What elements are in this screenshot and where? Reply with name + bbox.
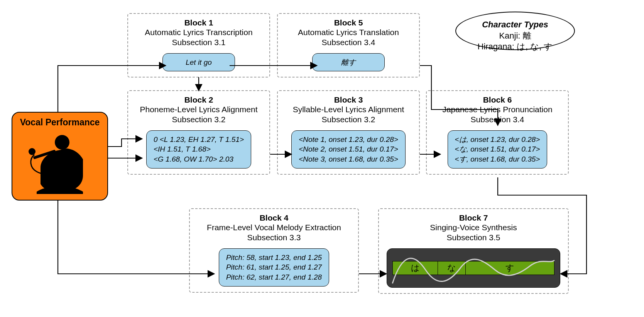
segment-2: な: [438, 261, 466, 275]
block-3-line2: <Note 2, onset 1.51, dur 0.17>: [299, 144, 398, 154]
block-5-name: Block 5: [283, 18, 414, 27]
singer-icon: [25, 129, 95, 194]
block-2-desc: Phoneme-Level Lyrics Alignment: [134, 105, 264, 115]
character-types-legend: Character Types Kanji: 離 Hiragana: は, な,…: [455, 12, 575, 50]
block-2-line2: <IH 1.51, T 1.68>: [154, 144, 244, 154]
block-5: Block 5 Automatic Lyrics Translation Sub…: [277, 13, 420, 78]
block-2-output: 0 <L 1.23, EH 1.27, T 1.51> <IH 1.51, T …: [146, 130, 251, 169]
block-3-sub: Subsection 3.2: [283, 115, 414, 125]
block-1-sub: Subsection 3.1: [134, 37, 264, 47]
vocal-performance-title: Vocal Performance: [16, 117, 103, 128]
block-2: Block 2 Phoneme-Level Lyrics Alignment S…: [127, 90, 270, 175]
block-3-line1: <Note 1, onset 1.23, dur 0.28>: [299, 135, 398, 145]
block-2-line1: 0 <L 1.23, EH 1.27, T 1.51>: [154, 135, 244, 145]
block-4-name: Block 4: [195, 213, 353, 223]
segment-1: は: [392, 261, 438, 275]
svg-point-0: [55, 135, 69, 150]
block-2-line3: <G 1.68, OW 1.70> 2.03: [154, 154, 244, 164]
block-6-line1: <は, onset 1.23, dur 0.28>: [455, 135, 540, 145]
block-1-output: Let it go: [162, 53, 235, 72]
legend-title: Character Types: [466, 19, 564, 30]
block-6-line3: <す, onset 1.68, dur 0.35>: [455, 154, 540, 164]
segment-3: す: [465, 261, 554, 275]
block-1-name: Block 1: [134, 18, 264, 27]
block-4: Block 4 Frame-Level Vocal Melody Extract…: [189, 208, 359, 293]
block-4-line1: Pitch: 58, start 1.23, end 1.25: [226, 253, 322, 263]
diagram-canvas: Vocal Performance Block 1 Automatic Lyri…: [0, 0, 644, 317]
block-6-sub: Subsection 3.4: [432, 115, 563, 125]
block-4-line2: Pitch: 61, start 1.25, end 1.27: [226, 262, 322, 272]
block-4-desc: Frame-Level Vocal Melody Extraction: [195, 223, 353, 233]
block-7-desc: Singing-Voice Synthesis: [384, 223, 563, 233]
block-5-output: 離す: [312, 53, 385, 72]
block-2-sub: Subsection 3.2: [134, 115, 264, 125]
block-7-name: Block 7: [384, 213, 563, 223]
synthesis-output: は な す: [387, 248, 560, 288]
block-2-name: Block 2: [134, 95, 264, 105]
block-4-line3: Pitch: 62, start 1.27, end 1.28: [226, 272, 322, 282]
vocal-performance-box: Vocal Performance: [12, 112, 108, 201]
block-6-line2: <な, onset 1.51, dur 0.17>: [455, 144, 540, 154]
block-1: Block 1 Automatic Lyrics Transcription S…: [127, 13, 270, 78]
block-4-output: Pitch: 58, start 1.23, end 1.25 Pitch: 6…: [219, 248, 329, 287]
legend-kanji: Kanji: 離: [466, 30, 564, 42]
block-3-name: Block 3: [283, 95, 414, 105]
block-6-desc: Japanese Lyrics Pronunciation: [432, 105, 563, 115]
block-3: Block 3 Syllable-Level Lyrics Alignment …: [277, 90, 420, 175]
block-6-output: <は, onset 1.23, dur 0.28> <な, onset 1.51…: [448, 130, 548, 169]
block-1-desc: Automatic Lyrics Transcription: [134, 27, 264, 37]
block-5-desc: Automatic Lyrics Translation: [283, 27, 414, 37]
svg-point-2: [29, 148, 35, 155]
legend-hiragana: Hiragana: は, な, す: [466, 41, 564, 52]
block-6: Block 6 Japanese Lyrics Pronunciation Su…: [426, 90, 569, 175]
block-3-output: <Note 1, onset 1.23, dur 0.28> <Note 2, …: [291, 130, 406, 169]
block-3-desc: Syllable-Level Lyrics Alignment: [283, 105, 414, 115]
syllable-segments: は な す: [392, 261, 554, 275]
block-5-sub: Subsection 3.4: [283, 37, 414, 47]
block-7-sub: Subsection 3.5: [384, 233, 563, 243]
block-4-sub: Subsection 3.3: [195, 233, 353, 243]
block-6-name: Block 6: [432, 95, 563, 105]
block-3-line3: <Note 3, onset 1.68, dur 0.35>: [299, 154, 398, 164]
block-7: Block 7 Singing-Voice Synthesis Subsecti…: [378, 208, 569, 294]
